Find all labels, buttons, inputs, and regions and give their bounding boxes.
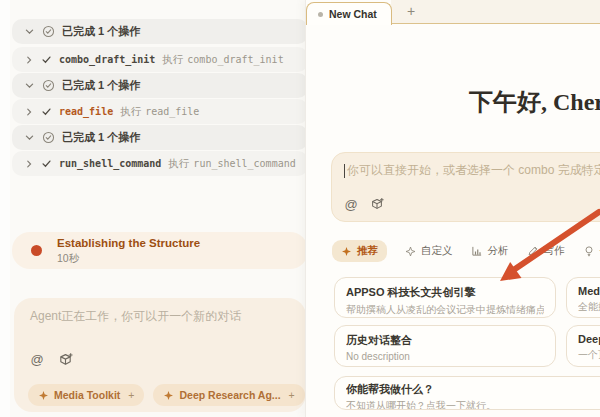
bulb-icon (583, 245, 595, 257)
tool-name: run_shell_command (59, 158, 161, 169)
card-description: 全能媒体 (578, 300, 600, 314)
new-tab-button[interactable]: + (402, 2, 420, 20)
task-group-label: 已完成 1 个操作 (62, 130, 140, 145)
card-title: 你能帮我做什么？ (346, 382, 600, 397)
card-description: 一个顶级 (578, 348, 600, 362)
chevron-down-icon (24, 26, 35, 37)
card-title: Media Toolkit (578, 285, 600, 297)
combo-chip-label: Deep Research Ag... (179, 389, 280, 401)
tool-action: 执行combo_draft_init (162, 53, 283, 67)
check-circle-icon (42, 25, 55, 38)
greeting-text: 下午好, Cher (469, 86, 600, 118)
add-package-button[interactable] (56, 350, 74, 368)
combo-chip-add: + (128, 389, 134, 401)
check-icon (41, 158, 52, 169)
tool-name: read_file (59, 106, 113, 117)
mention-button[interactable]: @ (28, 350, 46, 368)
status-duration: 10秒 (57, 252, 79, 266)
combo-chip-add: + (289, 389, 295, 401)
card-description: 不知道从哪开始？点我一下就行。 (346, 399, 600, 410)
card-description: No description (346, 351, 544, 362)
tool-name: combo_draft_init (59, 54, 155, 65)
filter-row: 推荐 自定义 分析 写作 创意 (332, 240, 600, 262)
check-icon (41, 54, 52, 65)
chevron-down-icon (24, 132, 35, 143)
mention-button[interactable]: @ (342, 195, 360, 213)
combo-chip-row: Media Toolkit + Deep Research Ag... + (28, 384, 338, 406)
filter-analysis[interactable]: 分析 (471, 244, 509, 258)
agent-task-panel: 已完成 1 个操作 combo_draft_init 执行combo_draft… (10, 0, 310, 417)
add-package-button[interactable] (368, 195, 386, 213)
status-card[interactable]: Establishing the Structure 10秒 (12, 232, 308, 269)
filter-creative[interactable]: 创意 (583, 244, 600, 258)
task-group-header[interactable]: 已完成 1 个操作 (12, 125, 308, 150)
tool-action: 执行run_shell_command (168, 157, 295, 171)
card-title: Deep Research (578, 333, 600, 345)
chevron-right-icon (24, 55, 34, 65)
combo-card-help[interactable]: 你能帮我做什么？ 不知道从哪开始？点我一下就行。 (334, 376, 600, 410)
tab-bar: New Chat + (306, 0, 600, 24)
tab-new-chat[interactable]: New Chat (306, 2, 392, 25)
sparkle-icon (405, 246, 416, 257)
combo-card-history[interactable]: 历史对话整合 No description (334, 325, 556, 367)
card-description: 帮助撰稿人从凌乱的会议记录中提炼情绪痛点，将晦涩的... (346, 303, 544, 317)
status-title: Establishing the Structure (57, 237, 200, 249)
chevron-right-icon (24, 107, 34, 117)
task-group-label: 已完成 1 个操作 (62, 24, 140, 39)
combo-chip-label: Media Toolkit (54, 389, 120, 401)
package-plus-icon (370, 197, 384, 211)
tab-label: New Chat (329, 8, 377, 20)
check-circle-icon (42, 79, 55, 92)
at-icon: @ (344, 197, 357, 212)
filter-custom[interactable]: 自定义 (405, 244, 453, 258)
task-item[interactable]: run_shell_command 执行run_shell_command (12, 151, 308, 176)
sparkle-icon (38, 390, 49, 401)
screenshot-root: 已完成 1 个操作 combo_draft_init 执行combo_draft… (0, 0, 600, 417)
sparkle-icon (341, 246, 352, 257)
status-dot-icon (31, 245, 42, 256)
package-plus-icon (58, 352, 73, 367)
sparkle-icon (163, 390, 174, 401)
tab-bar-fill (391, 0, 600, 24)
task-group-header[interactable]: 已完成 1 个操作 (12, 73, 308, 98)
chevron-right-icon (24, 159, 34, 169)
pen-icon (527, 245, 539, 257)
combo-card-media-toolkit[interactable]: Media Toolkit 全能媒体 (566, 277, 600, 318)
tool-action: 执行read_file (120, 105, 199, 119)
card-title: 历史对话整合 (346, 333, 544, 348)
check-circle-icon (42, 131, 55, 144)
filter-recommended[interactable]: 推荐 (332, 240, 387, 262)
at-icon: @ (30, 352, 43, 367)
agent-composer[interactable]: Agent正在工作，你可以开一个新的对话 @ Media Toolkit + D… (14, 298, 306, 412)
card-title: APPSO 科技长文共创引擎 (346, 285, 544, 300)
chevron-down-icon (24, 80, 35, 91)
new-chat-window: New Chat + 下午好, Cher 你可以直接开始，或者选择一个 comb… (305, 0, 600, 417)
task-group-label: 已完成 1 个操作 (62, 78, 140, 93)
combo-card-deep-research[interactable]: Deep Research 一个顶级 (566, 325, 600, 367)
chat-composer-placeholder: 你可以直接开始，或者选择一个 combo 完成特定任务，或者将历史对话 (344, 162, 600, 179)
check-icon (41, 106, 52, 117)
text-cursor (344, 164, 345, 178)
bar-chart-icon (471, 245, 483, 257)
agent-composer-placeholder: Agent正在工作，你可以开一个新的对话 (30, 308, 241, 325)
combo-card-appso[interactable]: APPSO 科技长文共创引擎 帮助撰稿人从凌乱的会议记录中提炼情绪痛点，将晦涩的… (334, 277, 556, 318)
task-item[interactable]: read_file 执行read_file (12, 99, 308, 124)
task-item[interactable]: combo_draft_init 执行combo_draft_init (12, 47, 308, 72)
tab-dot-icon (318, 12, 323, 17)
task-group-header[interactable]: 已完成 1 个操作 (12, 19, 308, 44)
combo-chip[interactable]: Deep Research Ag... + (153, 384, 304, 406)
filter-writing[interactable]: 写作 (527, 244, 565, 258)
combo-chip[interactable]: Media Toolkit + (28, 384, 144, 406)
chat-composer[interactable]: 你可以直接开始，或者选择一个 combo 完成特定任务，或者将历史对话 @ (331, 152, 600, 222)
